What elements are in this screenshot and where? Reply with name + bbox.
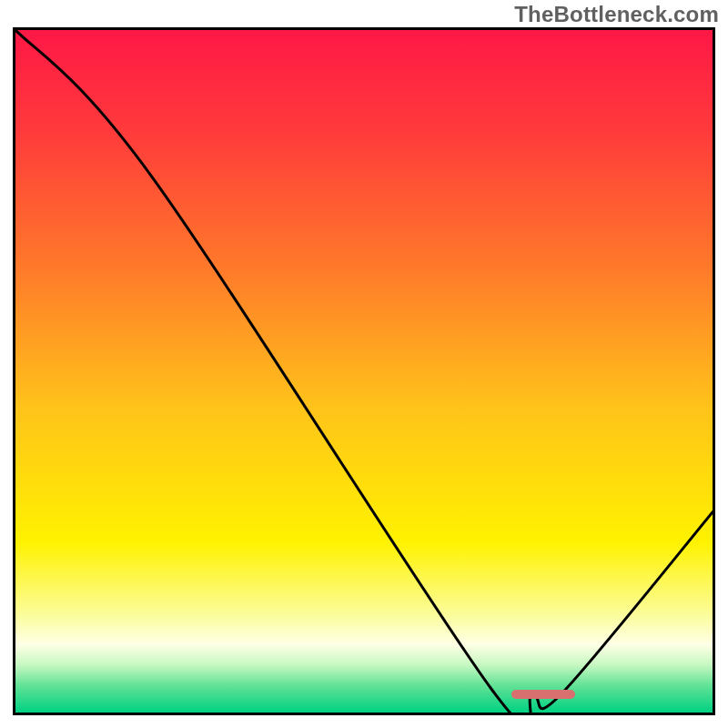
curve-svg <box>13 27 715 715</box>
bottleneck-curve <box>13 27 715 715</box>
watermark-text: TheBottleneck.com <box>514 2 719 27</box>
optimal-range-marker <box>511 690 574 699</box>
chart-stage: TheBottleneck.com <box>0 0 728 728</box>
plot-frame <box>13 27 715 715</box>
